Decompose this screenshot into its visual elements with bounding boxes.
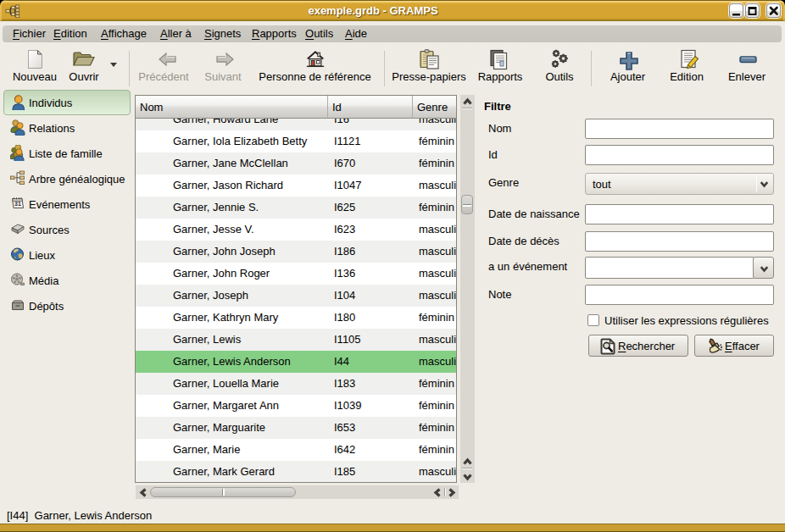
svg-text:31: 31 — [14, 201, 21, 207]
